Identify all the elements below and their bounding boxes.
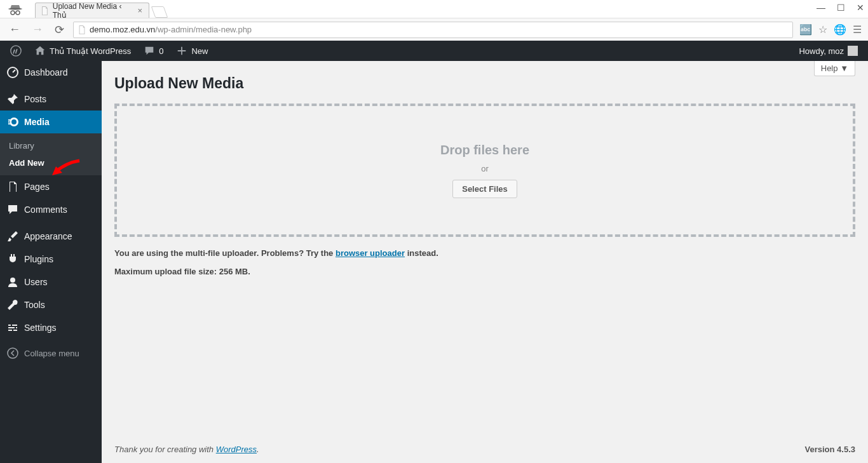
sidebar-item-comments[interactable]: Comments <box>0 198 102 221</box>
user-icon <box>6 276 19 288</box>
footer-dot: . <box>257 445 259 454</box>
sidebar-item-label: Pages <box>24 182 50 192</box>
comments-count: 0 <box>159 46 163 56</box>
info-prefix: You are using the multi-file uploader. P… <box>114 248 336 258</box>
wordpress-link[interactable]: WordPress <box>216 445 257 454</box>
avatar <box>848 46 858 56</box>
sidebar-item-label: Settings <box>24 323 57 333</box>
wp-layout: Dashboard Posts Media Library Add New Pa… <box>0 61 868 463</box>
collapse-label: Collapse menu <box>24 349 79 358</box>
user-menu[interactable]: Howdy, moz <box>794 41 863 61</box>
svg-point-6 <box>8 348 18 358</box>
sidebar-item-posts[interactable]: Posts <box>0 88 102 111</box>
comment-icon <box>6 203 19 216</box>
wordpress-icon <box>10 45 22 57</box>
site-link[interactable]: Thủ Thuật WordPress <box>29 41 136 61</box>
sidebar-item-dashboard[interactable]: Dashboard <box>0 61 102 84</box>
sidebar-item-label: Posts <box>24 94 46 104</box>
menu-icon[interactable]: ☰ <box>853 23 862 36</box>
address-bar[interactable]: demo.moz.edu.vn/wp-admin/media-new.php <box>73 22 793 38</box>
collapse-icon <box>6 347 19 359</box>
page-title: Upload New Media <box>114 75 855 92</box>
brush-icon <box>6 230 19 243</box>
plus-icon <box>176 45 187 57</box>
minimize-icon[interactable]: — <box>817 3 825 13</box>
footer-thank: Thank you for creating with <box>114 445 216 454</box>
toolbar: ← → ⟳ demo.moz.edu.vn/wp-admin/media-new… <box>0 18 868 41</box>
page-icon <box>78 25 86 34</box>
chrome-right-icons: 🔤 ☆ 🌐 ☰ <box>799 23 862 36</box>
close-window-icon[interactable]: ✕ <box>857 3 864 13</box>
back-button[interactable]: ← <box>6 22 23 37</box>
sidebar-item-label: Media <box>24 117 50 127</box>
wrench-icon <box>6 299 19 311</box>
window-controls: — ☐ ✕ <box>817 3 864 13</box>
sidebar-item-media[interactable]: Media <box>0 111 102 133</box>
browser-tab[interactable]: Upload New Media ‹ Thủ × <box>35 3 149 18</box>
sidebar-item-settings[interactable]: Settings <box>0 316 102 339</box>
media-submenu: Library Add New <box>0 133 102 175</box>
globe-icon[interactable]: 🌐 <box>834 23 846 36</box>
comments-link[interactable]: 0 <box>139 41 168 61</box>
wp-logo[interactable] <box>5 41 27 61</box>
sidebar-item-plugins[interactable]: Plugins <box>0 248 102 271</box>
incognito-icon <box>6 3 24 17</box>
reload-button[interactable]: ⟳ <box>52 22 67 38</box>
help-button[interactable]: Help ▼ <box>814 61 855 76</box>
uploader-info: You are using the multi-file uploader. P… <box>114 248 855 258</box>
svg-point-0 <box>8 8 22 10</box>
drop-label: Drop files here <box>440 143 529 158</box>
sidebar-item-label: Plugins <box>24 254 53 264</box>
close-icon[interactable]: × <box>137 6 142 15</box>
star-icon[interactable]: ☆ <box>818 23 827 36</box>
wp-version: Version 4.5.3 <box>805 445 856 454</box>
url-path: /wp-admin/media-new.php <box>155 25 252 34</box>
sidebar-item-users[interactable]: Users <box>0 271 102 293</box>
home-icon <box>34 45 46 57</box>
or-label: or <box>481 164 489 173</box>
select-files-button[interactable]: Select Files <box>452 180 517 198</box>
submenu-library[interactable]: Library <box>0 137 102 154</box>
new-link[interactable]: New <box>171 41 213 61</box>
url-domain: demo.moz.edu.vn <box>90 25 155 34</box>
sidebar-item-appearance[interactable]: Appearance <box>0 225 102 248</box>
sidebar-item-label: Dashboard <box>24 67 68 77</box>
sidebar-item-label: Appearance <box>24 231 72 241</box>
wp-footer: Thank you for creating with WordPress. V… <box>114 436 855 463</box>
svg-point-5 <box>10 278 15 283</box>
chevron-down-icon: ▼ <box>840 64 848 73</box>
info-suffix: instead. <box>405 248 438 258</box>
svg-point-2 <box>16 11 20 15</box>
browser-uploader-link[interactable]: browser uploader <box>336 248 405 258</box>
new-tab-button[interactable] <box>151 6 168 18</box>
upload-dropzone[interactable]: Drop files here or Select Files <box>114 104 855 237</box>
wp-adminbar: Thủ Thuật WordPress 0 New Howdy, moz <box>0 41 868 61</box>
maximize-icon[interactable]: ☐ <box>837 3 845 13</box>
browser-chrome: Upload New Media ‹ Thủ × — ☐ ✕ ← → ⟳ dem… <box>0 0 868 41</box>
pin-icon <box>6 93 19 105</box>
forward-button[interactable]: → <box>29 22 46 37</box>
site-name: Thủ Thuật WordPress <box>50 46 131 56</box>
sidebar-item-label: Comments <box>24 205 67 215</box>
new-label: New <box>191 46 208 56</box>
sidebar-item-label: Tools <box>24 300 45 310</box>
admin-sidebar: Dashboard Posts Media Library Add New Pa… <box>0 61 102 463</box>
sliders-icon <box>6 321 19 334</box>
sidebar-item-pages[interactable]: Pages <box>0 175 102 198</box>
sidebar-item-tools[interactable]: Tools <box>0 293 102 316</box>
plug-icon <box>6 253 19 265</box>
media-icon <box>6 116 19 128</box>
submenu-add-new[interactable]: Add New <box>0 154 102 171</box>
tab-title: Upload New Media ‹ Thủ <box>53 2 130 20</box>
max-upload-size: Maximum upload file size: 256 MB. <box>114 267 855 276</box>
comment-icon <box>144 45 155 57</box>
collapse-menu[interactable]: Collapse menu <box>0 342 102 365</box>
howdy-text: Howdy, moz <box>799 46 844 56</box>
main-content: Help ▼ Upload New Media Drop files here … <box>102 61 868 463</box>
sidebar-item-label: Users <box>24 277 48 287</box>
pages-icon <box>6 180 19 193</box>
translate-icon[interactable]: 🔤 <box>799 23 812 36</box>
dashboard-icon <box>6 66 19 79</box>
help-label: Help <box>821 64 838 73</box>
page-icon <box>41 6 49 15</box>
